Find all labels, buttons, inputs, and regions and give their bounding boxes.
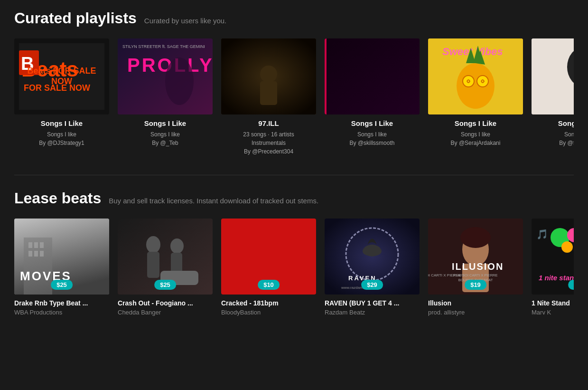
svg-rect-7 <box>118 38 213 114</box>
curated-title: Curated playlists <box>14 10 137 27</box>
svg-rect-26 <box>532 38 574 114</box>
curated-playlists-section: Curated playlists Curated by users like … <box>0 0 588 170</box>
svg-text:🎵: 🎵 <box>536 228 548 240</box>
price-badge-moves: $25 <box>51 280 73 290</box>
beat-card-artist-nite-stand: Marv K <box>532 309 574 316</box>
beat-card-raven[interactable]: RAVEN www.razdambeats.com $29RAVEN (BUY … <box>325 219 420 316</box>
svg-point-20 <box>457 63 495 109</box>
beat-card-cracked[interactable]: $10Cracked - 181bpmBloodyBastion <box>221 219 316 316</box>
curated-subtitle: Curated by users like you. <box>144 17 226 25</box>
lease-subtitle: Buy and sell track licenses. Instant dow… <box>109 197 318 205</box>
beat-card-artist-raven: Razdam Beatz <box>325 309 420 316</box>
svg-point-10 <box>165 57 194 105</box>
playlist-card-meta-97ill: 23 songs · 16 artistsInstrumentalsBy @Pr… <box>221 130 316 156</box>
beat-card-artist-moves: WBA Productions <box>14 309 109 316</box>
section-divider <box>14 175 574 175</box>
beat-card-title-nite-stand: 1 Nite Stand <box>532 299 574 307</box>
svg-text:STILYN STREETER ft. SAGE THE G: STILYN STREETER ft. SAGE THE GEMINI <box>122 44 205 49</box>
playlist-card-meta-songs5: Songs I likeBy @SerajArdakani <box>428 130 523 147</box>
beat-card-image-wrap-raven: RAVEN www.razdambeats.com $29 <box>325 219 420 295</box>
svg-text:FOR SALE NOW: FOR SALE NOW <box>24 83 90 93</box>
beat-card-image-wrap-illusion: ILLUSION PLAYBOI CARTI X PIERRE PLAYBOI … <box>428 219 523 295</box>
playlist-card-97ill[interactable]: 97.ILL23 songs · 16 artistsInstrumentals… <box>221 38 316 156</box>
playlist-card-title-songs5: Songs I Like <box>428 119 523 127</box>
svg-rect-40 <box>28 251 32 257</box>
price-badge-cracked: $10 <box>258 280 280 290</box>
playlist-card-image-songs4 <box>325 38 420 114</box>
beat-card-title-illusion: Illusion <box>428 299 523 307</box>
playlist-card-songs6[interactable]: Songs I LikeSongs I likeBy @freedotme <box>532 38 574 156</box>
curated-header: Curated playlists Curated by users like … <box>14 10 574 27</box>
svg-point-46 <box>146 236 160 253</box>
price-badge-raven: $29 <box>361 280 383 290</box>
playlist-card-meta-songs2: Songs I likeBy @_Teb <box>118 130 213 147</box>
playlist-card-image-songs5: Sweet Vibes <box>428 38 523 114</box>
playlist-card-title-songs6: Songs I Like <box>532 119 574 127</box>
beat-card-moves[interactable]: MOVES $25Drake Rnb Type Beat ...WBA Prod… <box>14 219 109 316</box>
svg-text:ILLUSION: ILLUSION <box>452 261 504 272</box>
playlist-card-image-songs2: PROLLY STILYN STREETER ft. SAGE THE GEMI… <box>118 38 213 114</box>
playlist-card-songs2[interactable]: PROLLY STILYN STREETER ft. SAGE THE GEMI… <box>118 38 213 156</box>
playlist-card-image-songs6 <box>532 38 574 114</box>
beat-card-crash-out[interactable]: $25Crash Out - Foogiano ...Chedda Banger <box>118 219 213 316</box>
playlist-card-image-songs1: Beats FOR SALE NOW B <box>14 38 109 114</box>
price-badge-illusion: $19 <box>465 280 486 290</box>
beat-card-image-wrap-moves: MOVES $25 <box>14 219 109 295</box>
svg-rect-41 <box>34 251 38 257</box>
svg-rect-17 <box>325 38 327 114</box>
svg-point-59 <box>460 227 491 248</box>
lease-cards-row: MOVES $25Drake Rnb Type Beat ...WBA Prod… <box>14 219 574 321</box>
svg-point-48 <box>170 238 184 254</box>
svg-point-25 <box>477 76 488 87</box>
svg-point-13 <box>260 66 277 83</box>
playlist-card-title-songs1: Songs I Like <box>14 119 109 127</box>
svg-rect-16 <box>325 38 420 114</box>
lease-title: Lease beats <box>14 190 101 207</box>
playlist-card-title-songs4: Songs I Like <box>325 119 420 127</box>
svg-text:1 nite stand: 1 nite stand <box>539 274 574 282</box>
playlist-card-image-97ill <box>221 38 316 114</box>
playlist-card-meta-songs1: Songs I likeBy @DJStrategy1 <box>14 130 109 147</box>
svg-rect-38 <box>34 242 38 248</box>
svg-rect-47 <box>147 252 159 278</box>
beat-card-artist-cracked: BloodyBastion <box>221 309 316 316</box>
beat-card-image-wrap-crash-out: $25 <box>118 219 213 295</box>
playlist-card-meta-songs4: Songs I likeBy @skillssmooth <box>325 130 420 147</box>
svg-rect-42 <box>40 251 44 257</box>
curated-cards-row: Beats FOR SALE NOW B Songs I LikeSongs I… <box>14 38 574 161</box>
beat-card-title-cracked: Cracked - 181bpm <box>221 299 316 307</box>
playlist-card-songs4[interactable]: Songs I LikeSongs I likeBy @skillssmooth <box>325 38 420 156</box>
playlist-card-meta-songs6: Songs I likeBy @freedotme <box>532 130 574 147</box>
playlist-card-songs1[interactable]: Beats FOR SALE NOW B Songs I LikeSongs I… <box>14 38 109 156</box>
lease-beats-section: Lease beats Buy and sell track licenses.… <box>0 180 588 330</box>
svg-text:PLAYBOI CARTI X PIERRE: PLAYBOI CARTI X PIERRE <box>453 273 497 277</box>
playlist-card-title-songs2: Songs I Like <box>118 119 213 127</box>
beat-card-artist-crash-out: Chedda Banger <box>118 309 213 316</box>
svg-point-67 <box>561 241 573 253</box>
beat-card-illusion[interactable]: ILLUSION PLAYBOI CARTI X PIERRE PLAYBOI … <box>428 219 523 316</box>
beat-card-artist-illusion: prod. allistyre <box>428 309 523 316</box>
playlist-card-title-97ill: 97.ILL <box>221 119 316 127</box>
svg-point-24 <box>463 76 474 87</box>
beat-card-title-moves: Drake Rnb Type Beat ... <box>14 299 109 307</box>
beat-card-image-nite-stand: 🎵 1 nite stand <box>532 219 574 295</box>
svg-rect-39 <box>40 242 44 248</box>
beat-card-title-raven: RAVEN (BUY 1 GET 4 ... <box>325 299 420 307</box>
beat-card-nite-stand[interactable]: 🎵 1 nite stand $291 Nite StandMarv K <box>532 219 574 316</box>
lease-header: Lease beats Buy and sell track licenses.… <box>14 190 574 207</box>
beat-card-image-wrap-nite-stand: 🎵 1 nite stand $29 <box>532 219 574 295</box>
price-badge-crash-out: $25 <box>154 280 176 290</box>
svg-rect-37 <box>28 242 32 248</box>
beat-card-title-crash-out: Crash Out - Foogiano ... <box>118 299 213 307</box>
playlist-card-songs5[interactable]: Sweet Vibes Songs I LikeSongs I likeBy @… <box>428 38 523 156</box>
beat-card-image-wrap-cracked: $10 <box>221 219 316 295</box>
svg-text:B: B <box>21 54 34 74</box>
svg-rect-14 <box>260 81 277 105</box>
